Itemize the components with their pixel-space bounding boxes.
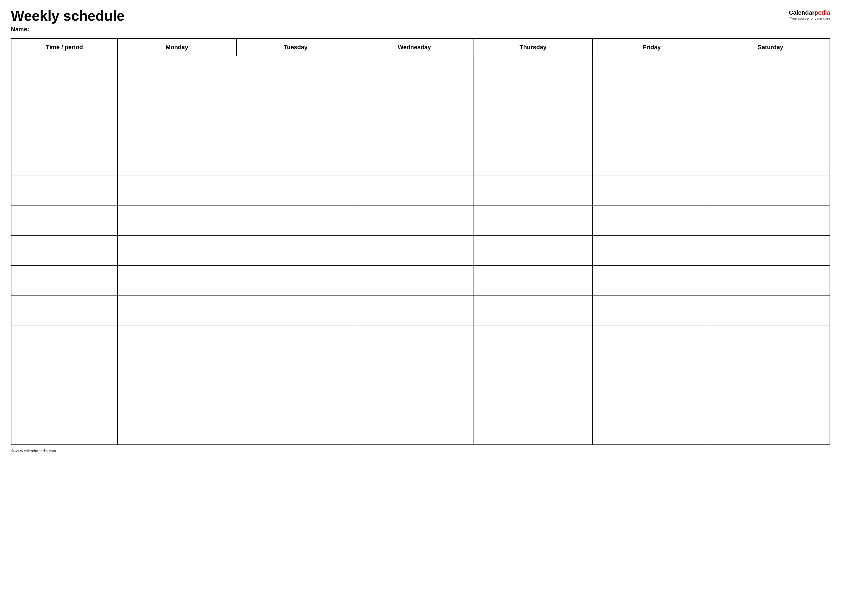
tuesday-cell-0[interactable] (236, 56, 355, 86)
thursday-cell-12[interactable] (474, 415, 593, 445)
thursday-cell-8[interactable] (474, 295, 593, 325)
thursday-cell-2[interactable] (474, 116, 593, 146)
friday-cell-9[interactable] (593, 325, 711, 355)
col-header-time: Time / period (11, 39, 118, 56)
col-header-monday: Monday (118, 39, 236, 56)
time-cell-12[interactable] (11, 415, 118, 445)
wednesday-cell-9[interactable] (355, 325, 473, 355)
monday-cell-0[interactable] (118, 56, 236, 86)
thursday-cell-4[interactable] (474, 176, 593, 205)
thursday-cell-5[interactable] (474, 205, 593, 235)
monday-cell-9[interactable] (118, 325, 236, 355)
friday-cell-0[interactable] (593, 56, 711, 86)
time-cell-8[interactable] (11, 295, 118, 325)
thursday-cell-11[interactable] (474, 385, 593, 415)
time-cell-9[interactable] (11, 325, 118, 355)
saturday-cell-0[interactable] (711, 56, 830, 86)
saturday-cell-3[interactable] (711, 146, 830, 176)
time-cell-11[interactable] (11, 385, 118, 415)
thursday-cell-10[interactable] (474, 355, 593, 385)
time-cell-6[interactable] (11, 235, 118, 265)
saturday-cell-1[interactable] (711, 86, 830, 116)
saturday-cell-5[interactable] (711, 205, 830, 235)
wednesday-cell-5[interactable] (355, 205, 473, 235)
tuesday-cell-5[interactable] (236, 205, 355, 235)
monday-cell-4[interactable] (118, 176, 236, 205)
tuesday-cell-6[interactable] (236, 235, 355, 265)
tuesday-cell-1[interactable] (236, 86, 355, 116)
saturday-cell-8[interactable] (711, 295, 830, 325)
thursday-cell-7[interactable] (474, 265, 593, 295)
thursday-cell-6[interactable] (474, 235, 593, 265)
tuesday-cell-4[interactable] (236, 176, 355, 205)
table-row (11, 56, 830, 86)
thursday-cell-1[interactable] (474, 86, 593, 116)
wednesday-cell-2[interactable] (355, 116, 473, 146)
name-label: Name: (11, 26, 125, 33)
saturday-cell-2[interactable] (711, 116, 830, 146)
time-cell-10[interactable] (11, 355, 118, 385)
monday-cell-11[interactable] (118, 385, 236, 415)
table-row (11, 355, 830, 385)
saturday-cell-4[interactable] (711, 176, 830, 205)
monday-cell-7[interactable] (118, 265, 236, 295)
tuesday-cell-12[interactable] (236, 415, 355, 445)
friday-cell-7[interactable] (593, 265, 711, 295)
time-cell-2[interactable] (11, 116, 118, 146)
thursday-cell-0[interactable] (474, 56, 593, 86)
thursday-cell-9[interactable] (474, 325, 593, 355)
tuesday-cell-3[interactable] (236, 146, 355, 176)
friday-cell-2[interactable] (593, 116, 711, 146)
logo-subtitle: Your source for calendars (790, 16, 830, 21)
tuesday-cell-10[interactable] (236, 355, 355, 385)
logo-pedia: pedia (815, 9, 830, 16)
table-row (11, 385, 830, 415)
wednesday-cell-1[interactable] (355, 86, 473, 116)
time-cell-0[interactable] (11, 56, 118, 86)
friday-cell-5[interactable] (593, 205, 711, 235)
monday-cell-10[interactable] (118, 355, 236, 385)
friday-cell-3[interactable] (593, 146, 711, 176)
friday-cell-4[interactable] (593, 176, 711, 205)
tuesday-cell-8[interactable] (236, 295, 355, 325)
monday-cell-5[interactable] (118, 205, 236, 235)
time-cell-4[interactable] (11, 176, 118, 205)
monday-cell-12[interactable] (118, 415, 236, 445)
friday-cell-10[interactable] (593, 355, 711, 385)
wednesday-cell-8[interactable] (355, 295, 473, 325)
tuesday-cell-7[interactable] (236, 265, 355, 295)
monday-cell-6[interactable] (118, 235, 236, 265)
wednesday-cell-6[interactable] (355, 235, 473, 265)
wednesday-cell-7[interactable] (355, 265, 473, 295)
friday-cell-11[interactable] (593, 385, 711, 415)
saturday-cell-11[interactable] (711, 385, 830, 415)
time-cell-3[interactable] (11, 146, 118, 176)
thursday-cell-3[interactable] (474, 146, 593, 176)
time-cell-7[interactable] (11, 265, 118, 295)
tuesday-cell-11[interactable] (236, 385, 355, 415)
friday-cell-1[interactable] (593, 86, 711, 116)
wednesday-cell-10[interactable] (355, 355, 473, 385)
wednesday-cell-12[interactable] (355, 415, 473, 445)
friday-cell-8[interactable] (593, 295, 711, 325)
wednesday-cell-11[interactable] (355, 385, 473, 415)
time-cell-5[interactable] (11, 205, 118, 235)
monday-cell-1[interactable] (118, 86, 236, 116)
wednesday-cell-3[interactable] (355, 146, 473, 176)
friday-cell-6[interactable] (593, 235, 711, 265)
tuesday-cell-9[interactable] (236, 325, 355, 355)
wednesday-cell-0[interactable] (355, 56, 473, 86)
saturday-cell-10[interactable] (711, 355, 830, 385)
monday-cell-2[interactable] (118, 116, 236, 146)
friday-cell-12[interactable] (593, 415, 711, 445)
wednesday-cell-4[interactable] (355, 176, 473, 205)
monday-cell-3[interactable] (118, 146, 236, 176)
table-row (11, 86, 830, 116)
time-cell-1[interactable] (11, 86, 118, 116)
saturday-cell-6[interactable] (711, 235, 830, 265)
tuesday-cell-2[interactable] (236, 116, 355, 146)
saturday-cell-9[interactable] (711, 325, 830, 355)
saturday-cell-12[interactable] (711, 415, 830, 445)
saturday-cell-7[interactable] (711, 265, 830, 295)
monday-cell-8[interactable] (118, 295, 236, 325)
